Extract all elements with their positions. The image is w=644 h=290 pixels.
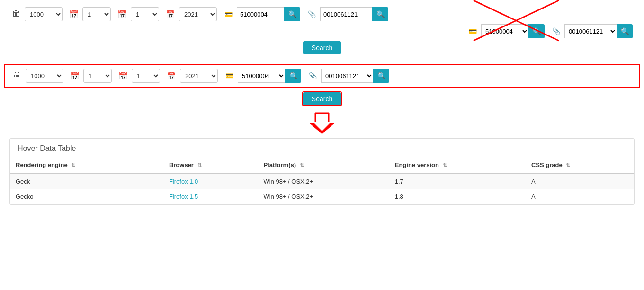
money-icon: 💳 [222, 8, 235, 21]
hl-clip-select[interactable]: 0010061121 [321, 69, 373, 83]
money-search-button[interactable]: 🔍 [284, 7, 300, 21]
clip-dropdown-select[interactable]: 0010061121 [564, 24, 617, 38]
hover-data-table: Rendering engine ⇅ Browser ⇅ Platform(s)… [10, 157, 634, 204]
clip-search-group: 🔍 [320, 7, 388, 21]
first-search-button[interactable]: Search [303, 41, 341, 54]
cell-platform-2: Win 98+ / OSX.2+ [258, 189, 389, 204]
cell-css-grade-2: A [526, 189, 634, 204]
building-icon: 🏛 [9, 8, 23, 21]
calendar1-filter-group: 📅 1 [67, 7, 111, 21]
sort-icon-rendering[interactable]: ⇅ [71, 162, 75, 168]
building-filter-group: 🏛 1000 [9, 7, 63, 21]
col-css-grade: CSS grade ⇅ [526, 157, 634, 174]
cell-engine-version-1: 1.7 [389, 174, 526, 189]
sort-icon-engine[interactable]: ⇅ [443, 162, 447, 168]
second-search-button[interactable]: Search [303, 92, 341, 105]
hl-clip-group: 📎 0010061121 🔍 [306, 69, 389, 83]
data-table-section: Hover Data Table Rendering engine ⇅ Brow… [9, 138, 635, 205]
calendar2-filter-group: 📅 1 [116, 7, 159, 21]
hl-building-select[interactable]: 1000 [26, 69, 63, 83]
hl-money-group: 💳 51000004 🔍 [223, 69, 301, 83]
hl-building-icon: 🏛 [10, 69, 24, 82]
col-engine-version: Engine version ⇅ [389, 157, 526, 174]
money-icon2: 💳 [466, 25, 479, 38]
hl-cal2-group: 📅 1 [116, 69, 160, 83]
clip-dropdown-group: 📎 0010061121 🔍 [549, 24, 633, 38]
col-rendering-engine: Rendering engine ⇅ [10, 157, 163, 174]
first-search-row: Search [9, 41, 635, 54]
hl-cal1-select[interactable]: 1 [83, 69, 112, 83]
hl-cal2-select[interactable]: 1 [132, 69, 160, 83]
table-row: Geck Firefox 1.0 Win 98+ / OSX.2+ 1.7 A [10, 174, 634, 189]
building-select[interactable]: 1000 [25, 7, 63, 21]
highlighted-filter-row: 🏛 1000 📅 1 📅 1 📅 2021 💳 [10, 69, 634, 83]
hl-money-icon: 💳 [223, 69, 236, 82]
clip-icon: 📎 [305, 8, 318, 21]
hl-clip-icon: 📎 [306, 69, 319, 82]
calendar1-icon: 📅 [67, 8, 80, 21]
highlighted-search-wrapper: Search [302, 91, 342, 106]
cell-platform-1: Win 98+ / OSX.2+ [258, 174, 389, 189]
header-row: Rendering engine ⇅ Browser ⇅ Platform(s)… [10, 157, 634, 174]
cell-rendering-engine-2: Gecko [10, 189, 163, 204]
sort-icon-browser[interactable]: ⇅ [197, 162, 202, 168]
cell-browser-1[interactable]: Firefox 1.0 [163, 174, 258, 189]
calendar3-filter-group: 📅 2021 [164, 7, 217, 21]
hl-money-select[interactable]: 51000004 [238, 69, 285, 83]
hl-cal3-select[interactable]: 2021 [180, 69, 218, 83]
cell-engine-version-2: 1.8 [389, 189, 526, 204]
clip-search-button[interactable]: 🔍 [372, 7, 388, 21]
calendar3-icon: 📅 [164, 8, 177, 21]
money-dropdown-search: 51000004 🔍 [481, 24, 545, 38]
arrow-down-svg [310, 110, 334, 134]
sort-icon-platforms[interactable]: ⇅ [300, 162, 304, 168]
clip-icon2: 📎 [549, 25, 563, 38]
cell-rendering-engine-1: Geck [10, 174, 163, 189]
money-dropdown-search-btn[interactable]: 🔍 [528, 24, 545, 38]
hl-money-search: 51000004 🔍 [238, 69, 301, 83]
money-input-group: 💳 🔍 [222, 7, 300, 21]
table-body: Geck Firefox 1.0 Win 98+ / OSX.2+ 1.7 A … [10, 174, 634, 204]
clip-input-group: 📎 🔍 [305, 7, 388, 21]
down-arrow-annotation [310, 110, 334, 135]
money-dropdown-group: 💳 51000004 🔍 [466, 24, 545, 38]
money-dropdown-select[interactable]: 51000004 [481, 24, 528, 38]
hl-cal3-group: 📅 2021 [165, 69, 218, 83]
table-title: Hover Data Table [10, 139, 634, 157]
table-row: Gecko Firefox 1.5 Win 98+ / OSX.2+ 1.8 A [10, 189, 634, 204]
clip-input[interactable] [320, 7, 372, 21]
calendar3-select[interactable]: 2021 [179, 7, 217, 21]
money-search-group: 🔍 [237, 7, 300, 21]
hl-clip-search-btn[interactable]: 🔍 [373, 69, 389, 83]
clip-dropdown-search-btn[interactable]: 🔍 [617, 24, 633, 38]
cell-css-grade-1: A [526, 174, 634, 189]
cell-browser-2[interactable]: Firefox 1.5 [163, 189, 258, 204]
sort-icon-css[interactable]: ⇅ [566, 162, 570, 168]
clip-dropdown-search: 0010061121 🔍 [564, 24, 633, 38]
money-input[interactable] [237, 7, 284, 21]
hl-cal1-group: 📅 1 [68, 69, 112, 83]
hl-cal3-icon: 📅 [165, 69, 178, 82]
calendar2-icon: 📅 [116, 8, 129, 21]
hl-money-search-btn[interactable]: 🔍 [285, 69, 301, 83]
hl-building-group: 🏛 1000 [10, 69, 63, 83]
hl-cal1-icon: 📅 [68, 69, 81, 82]
hl-cal2-icon: 📅 [116, 69, 130, 82]
col-platforms: Platform(s) ⇅ [258, 157, 389, 174]
calendar1-select[interactable]: 1 [82, 7, 111, 21]
hl-clip-search: 0010061121 🔍 [321, 69, 389, 83]
calendar2-select[interactable]: 1 [131, 7, 159, 21]
highlighted-filter-section: 🏛 1000 📅 1 📅 1 📅 2021 💳 [4, 64, 640, 88]
table-header: Rendering engine ⇅ Browser ⇅ Platform(s)… [10, 157, 634, 174]
col-browser: Browser ⇅ [163, 157, 258, 174]
